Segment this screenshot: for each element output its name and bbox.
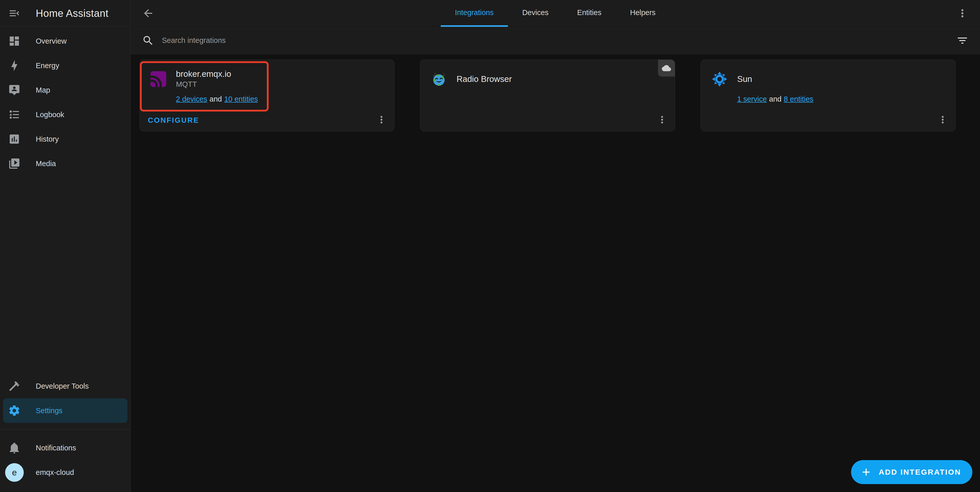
- sidebar-item-media[interactable]: Media: [0, 151, 130, 176]
- filter-icon[interactable]: [956, 35, 969, 47]
- configure-button[interactable]: CONFIGURE: [148, 116, 199, 125]
- sidebar-item-label: Settings: [36, 406, 62, 415]
- links-conjunction: and: [210, 95, 222, 103]
- view-dashboard-icon: [8, 35, 21, 47]
- sidebar-item-history[interactable]: History: [0, 127, 130, 151]
- sidebar-item-label: Map: [36, 86, 50, 94]
- sidebar-item-map[interactable]: Map: [0, 78, 130, 102]
- add-integration-label: ADD INTEGRATION: [879, 468, 961, 476]
- tab-devices[interactable]: Devices: [508, 0, 563, 27]
- map-person-icon: [8, 84, 21, 96]
- hammer-icon: [8, 380, 21, 392]
- tab-integrations[interactable]: Integrations: [441, 0, 508, 27]
- kebab-menu-icon[interactable]: [956, 7, 969, 19]
- search-bar: [131, 27, 980, 54]
- history-chart-icon: [8, 133, 21, 145]
- sidebar-footer: Notifications e emqx-cloud: [0, 436, 130, 492]
- sidebar-item-label: Overview: [36, 37, 67, 45]
- topbar: Integrations Devices Entities Helpers: [131, 0, 980, 27]
- gear-icon: [8, 405, 21, 417]
- search-input[interactable]: [162, 36, 956, 44]
- sidebar-header: Home Assistant: [0, 0, 130, 27]
- search-icon: [142, 35, 154, 47]
- home-assistant-app: Home Assistant Overview Energy Map Logbo…: [0, 0, 980, 492]
- sidebar-item-overview[interactable]: Overview: [0, 29, 130, 53]
- sidebar-item-developer-tools[interactable]: Developer Tools: [0, 374, 130, 398]
- radio-browser-icon: [431, 71, 447, 87]
- kebab-menu-icon[interactable]: [656, 114, 668, 126]
- media-play-icon: [8, 157, 21, 170]
- tab-bar: Integrations Devices Entities Helpers: [154, 0, 956, 27]
- sidebar-item-label: Developer Tools: [36, 382, 89, 390]
- sidebar-item-label: Notifications: [36, 444, 76, 452]
- integration-name: Radio Browser: [457, 74, 512, 84]
- entities-link[interactable]: 8 entities: [784, 95, 813, 103]
- sidebar-item-settings[interactable]: Settings: [3, 398, 127, 423]
- integration-card-sun: Sun 1 serviceand8 entities: [701, 59, 956, 132]
- bell-icon: [8, 442, 21, 454]
- sidebar-item-energy[interactable]: Energy: [0, 53, 130, 78]
- sidebar-item-label: Energy: [36, 62, 59, 70]
- kebab-menu-icon[interactable]: [937, 114, 949, 126]
- service-link[interactable]: 1 service: [737, 95, 767, 103]
- integration-card-radio-browser: Radio Browser: [420, 59, 675, 132]
- integrations-grid: broker.emqx.io MQTT 2 devicesand10 entit…: [131, 54, 980, 136]
- integration-domain: MQTT: [176, 79, 197, 89]
- sun-icon: [712, 71, 727, 87]
- sidebar-item-notifications[interactable]: Notifications: [0, 436, 130, 460]
- lightning-bolt-icon: [8, 59, 21, 72]
- main-area: Integrations Devices Entities Helpers: [131, 0, 980, 492]
- sidebar-item-label: History: [36, 135, 59, 143]
- sidebar-nav: Overview Energy Map Logbook History Medi…: [0, 27, 130, 176]
- devices-link[interactable]: 2 devices: [176, 95, 207, 103]
- links-conjunction: and: [769, 95, 781, 103]
- avatar: e: [5, 463, 24, 482]
- sidebar-item-label: Logbook: [36, 111, 64, 119]
- cloud-badge: [658, 60, 675, 76]
- integration-links: 1 serviceand8 entities: [737, 94, 813, 104]
- sidebar-toggle-icon[interactable]: [8, 7, 21, 19]
- plus-icon: [860, 466, 872, 478]
- sidebar-item-profile[interactable]: e emqx-cloud: [0, 460, 130, 485]
- sidebar-bottom-group: Developer Tools Settings Notifications e…: [0, 374, 130, 492]
- integration-name: broker.emqx.io: [176, 69, 231, 79]
- sidebar-item-logbook[interactable]: Logbook: [0, 102, 130, 127]
- sidebar-item-label: Media: [36, 159, 56, 168]
- sidebar: Home Assistant Overview Energy Map Logbo…: [0, 0, 131, 492]
- sidebar-divider: [0, 429, 130, 430]
- integration-name: Sun: [737, 74, 752, 84]
- tab-entities[interactable]: Entities: [563, 0, 616, 27]
- add-integration-button[interactable]: ADD INTEGRATION: [851, 460, 972, 484]
- logbook-list-icon: [8, 108, 21, 121]
- integration-links: 2 devicesand10 entities: [176, 94, 258, 104]
- tab-helpers[interactable]: Helpers: [616, 0, 670, 27]
- integration-card-mqtt: broker.emqx.io MQTT 2 devicesand10 entit…: [139, 59, 395, 132]
- app-title: Home Assistant: [36, 8, 108, 19]
- back-arrow-icon[interactable]: [142, 7, 154, 19]
- kebab-menu-icon[interactable]: [375, 114, 388, 126]
- entities-link[interactable]: 10 entities: [224, 95, 258, 103]
- profile-name: emqx-cloud: [36, 468, 74, 477]
- mqtt-icon: [150, 71, 166, 87]
